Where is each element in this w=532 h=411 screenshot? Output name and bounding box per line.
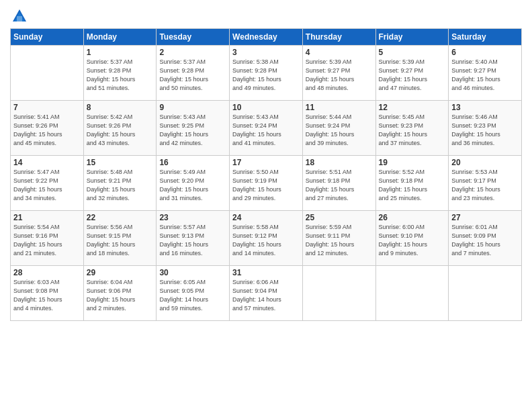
day-cell: 27Sunrise: 6:01 AM Sunset: 9:09 PM Dayli… bbox=[449, 211, 522, 266]
day-number: 5 bbox=[379, 48, 446, 57]
day-number: 16 bbox=[159, 158, 226, 167]
weekday-header-friday: Friday bbox=[375, 29, 449, 46]
day-cell: 3Sunrise: 5:38 AM Sunset: 9:28 PM Daylig… bbox=[230, 46, 303, 101]
day-number: 26 bbox=[379, 213, 446, 222]
day-info: Sunrise: 5:51 AM Sunset: 9:18 PM Dayligh… bbox=[306, 168, 373, 203]
weekday-header-row: SundayMondayTuesdayWednesdayThursdayFrid… bbox=[11, 29, 522, 46]
day-number: 18 bbox=[306, 158, 373, 167]
day-number: 9 bbox=[159, 103, 226, 112]
day-number: 7 bbox=[13, 103, 81, 112]
day-cell: 19Sunrise: 5:52 AM Sunset: 9:18 PM Dayli… bbox=[375, 156, 449, 211]
day-info: Sunrise: 5:37 AM Sunset: 9:28 PM Dayligh… bbox=[87, 58, 154, 93]
day-number: 3 bbox=[232, 48, 300, 57]
day-info: Sunrise: 5:45 AM Sunset: 9:23 PM Dayligh… bbox=[379, 113, 446, 148]
day-info: Sunrise: 5:56 AM Sunset: 9:15 PM Dayligh… bbox=[87, 223, 154, 258]
day-info: Sunrise: 5:50 AM Sunset: 9:19 PM Dayligh… bbox=[232, 168, 300, 203]
day-cell: 28Sunrise: 6:03 AM Sunset: 9:08 PM Dayli… bbox=[11, 266, 84, 321]
day-info: Sunrise: 5:58 AM Sunset: 9:12 PM Dayligh… bbox=[232, 223, 300, 258]
day-number: 23 bbox=[159, 213, 226, 222]
day-cell: 22Sunrise: 5:56 AM Sunset: 9:15 PM Dayli… bbox=[83, 211, 157, 266]
day-info: Sunrise: 5:37 AM Sunset: 9:28 PM Dayligh… bbox=[159, 58, 226, 93]
day-number: 11 bbox=[306, 103, 373, 112]
day-cell: 20Sunrise: 5:53 AM Sunset: 9:17 PM Dayli… bbox=[449, 156, 522, 211]
day-info: Sunrise: 5:39 AM Sunset: 9:27 PM Dayligh… bbox=[306, 58, 373, 93]
day-info: Sunrise: 5:54 AM Sunset: 9:16 PM Dayligh… bbox=[13, 223, 81, 258]
day-cell bbox=[449, 266, 522, 321]
day-cell: 7Sunrise: 5:41 AM Sunset: 9:26 PM Daylig… bbox=[11, 101, 84, 156]
weekday-header-monday: Monday bbox=[83, 29, 157, 46]
weekday-header-saturday: Saturday bbox=[449, 29, 522, 46]
day-number: 8 bbox=[87, 103, 154, 112]
day-cell: 16Sunrise: 5:49 AM Sunset: 9:20 PM Dayli… bbox=[157, 156, 230, 211]
day-cell: 8Sunrise: 5:42 AM Sunset: 9:26 PM Daylig… bbox=[83, 101, 157, 156]
day-cell: 14Sunrise: 5:47 AM Sunset: 9:22 PM Dayli… bbox=[11, 156, 84, 211]
day-info: Sunrise: 5:49 AM Sunset: 9:20 PM Dayligh… bbox=[159, 168, 226, 203]
day-cell: 10Sunrise: 5:43 AM Sunset: 9:24 PM Dayli… bbox=[230, 101, 303, 156]
day-cell: 26Sunrise: 6:00 AM Sunset: 9:10 PM Dayli… bbox=[375, 211, 449, 266]
day-number: 31 bbox=[232, 268, 300, 277]
day-info: Sunrise: 5:43 AM Sunset: 9:24 PM Dayligh… bbox=[232, 113, 300, 148]
day-cell: 11Sunrise: 5:44 AM Sunset: 9:24 PM Dayli… bbox=[302, 101, 375, 156]
day-number: 25 bbox=[306, 213, 373, 222]
day-cell: 17Sunrise: 5:50 AM Sunset: 9:19 PM Dayli… bbox=[230, 156, 303, 211]
day-number: 15 bbox=[87, 158, 154, 167]
day-cell: 1Sunrise: 5:37 AM Sunset: 9:28 PM Daylig… bbox=[83, 46, 157, 101]
day-cell: 21Sunrise: 5:54 AM Sunset: 9:16 PM Dayli… bbox=[11, 211, 84, 266]
day-cell: 30Sunrise: 6:05 AM Sunset: 9:05 PM Dayli… bbox=[157, 266, 230, 321]
day-info: Sunrise: 5:42 AM Sunset: 9:26 PM Dayligh… bbox=[87, 113, 154, 148]
day-info: Sunrise: 6:03 AM Sunset: 9:08 PM Dayligh… bbox=[13, 278, 81, 313]
day-info: Sunrise: 6:05 AM Sunset: 9:05 PM Dayligh… bbox=[159, 278, 226, 313]
week-row-5: 28Sunrise: 6:03 AM Sunset: 9:08 PM Dayli… bbox=[11, 266, 522, 321]
day-info: Sunrise: 5:38 AM Sunset: 9:28 PM Dayligh… bbox=[232, 58, 300, 93]
day-cell: 31Sunrise: 6:06 AM Sunset: 9:04 PM Dayli… bbox=[230, 266, 303, 321]
day-info: Sunrise: 6:06 AM Sunset: 9:04 PM Dayligh… bbox=[232, 278, 300, 313]
day-cell: 25Sunrise: 5:59 AM Sunset: 9:11 PM Dayli… bbox=[302, 211, 375, 266]
logo bbox=[10, 7, 32, 26]
day-number: 17 bbox=[232, 158, 300, 167]
day-info: Sunrise: 6:01 AM Sunset: 9:09 PM Dayligh… bbox=[451, 223, 519, 258]
calendar-page: SundayMondayTuesdayWednesdayThursdayFrid… bbox=[0, 0, 532, 411]
day-info: Sunrise: 5:46 AM Sunset: 9:23 PM Dayligh… bbox=[451, 113, 519, 148]
day-number: 13 bbox=[451, 103, 519, 112]
day-number: 2 bbox=[159, 48, 226, 57]
svg-rect-2 bbox=[17, 16, 22, 21]
day-number: 20 bbox=[451, 158, 519, 167]
week-row-3: 14Sunrise: 5:47 AM Sunset: 9:22 PM Dayli… bbox=[11, 156, 522, 211]
calendar-table: SundayMondayTuesdayWednesdayThursdayFrid… bbox=[10, 28, 522, 321]
day-number: 12 bbox=[379, 103, 446, 112]
day-cell: 29Sunrise: 6:04 AM Sunset: 9:06 PM Dayli… bbox=[83, 266, 157, 321]
day-info: Sunrise: 5:39 AM Sunset: 9:27 PM Dayligh… bbox=[379, 58, 446, 93]
day-info: Sunrise: 5:41 AM Sunset: 9:26 PM Dayligh… bbox=[13, 113, 81, 148]
day-number: 27 bbox=[451, 213, 519, 222]
day-number: 6 bbox=[451, 48, 519, 57]
day-number: 28 bbox=[13, 268, 81, 277]
day-info: Sunrise: 6:04 AM Sunset: 9:06 PM Dayligh… bbox=[87, 278, 154, 313]
day-cell: 12Sunrise: 5:45 AM Sunset: 9:23 PM Dayli… bbox=[375, 101, 449, 156]
day-number: 22 bbox=[87, 213, 154, 222]
weekday-header-tuesday: Tuesday bbox=[157, 29, 230, 46]
weekday-header-wednesday: Wednesday bbox=[230, 29, 303, 46]
weekday-header-thursday: Thursday bbox=[302, 29, 375, 46]
day-cell: 6Sunrise: 5:40 AM Sunset: 9:27 PM Daylig… bbox=[449, 46, 522, 101]
day-cell: 24Sunrise: 5:58 AM Sunset: 9:12 PM Dayli… bbox=[230, 211, 303, 266]
day-cell bbox=[302, 266, 375, 321]
day-number: 30 bbox=[159, 268, 226, 277]
week-row-1: 1Sunrise: 5:37 AM Sunset: 9:28 PM Daylig… bbox=[11, 46, 522, 101]
day-info: Sunrise: 5:53 AM Sunset: 9:17 PM Dayligh… bbox=[451, 168, 519, 203]
day-info: Sunrise: 5:44 AM Sunset: 9:24 PM Dayligh… bbox=[306, 113, 373, 148]
day-number: 19 bbox=[379, 158, 446, 167]
week-row-4: 21Sunrise: 5:54 AM Sunset: 9:16 PM Dayli… bbox=[11, 211, 522, 266]
day-cell: 23Sunrise: 5:57 AM Sunset: 9:13 PM Dayli… bbox=[157, 211, 230, 266]
day-number: 14 bbox=[13, 158, 81, 167]
logo-icon bbox=[10, 7, 29, 26]
day-info: Sunrise: 5:57 AM Sunset: 9:13 PM Dayligh… bbox=[159, 223, 226, 258]
day-info: Sunrise: 5:47 AM Sunset: 9:22 PM Dayligh… bbox=[13, 168, 81, 203]
day-info: Sunrise: 5:59 AM Sunset: 9:11 PM Dayligh… bbox=[306, 223, 373, 258]
day-cell bbox=[11, 46, 84, 101]
day-cell: 18Sunrise: 5:51 AM Sunset: 9:18 PM Dayli… bbox=[302, 156, 375, 211]
day-number: 21 bbox=[13, 213, 81, 222]
day-number: 4 bbox=[306, 48, 373, 57]
day-number: 10 bbox=[232, 103, 300, 112]
day-number: 29 bbox=[87, 268, 154, 277]
day-cell: 4Sunrise: 5:39 AM Sunset: 9:27 PM Daylig… bbox=[302, 46, 375, 101]
